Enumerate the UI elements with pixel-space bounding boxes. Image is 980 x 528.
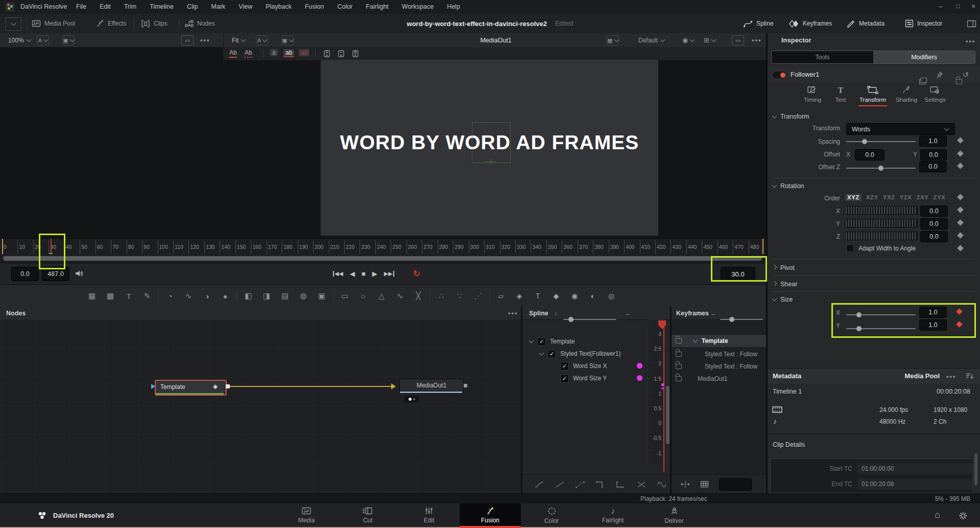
tab-text[interactable]: T Text <box>830 85 851 103</box>
keyframes-time-field[interactable] <box>719 478 752 491</box>
left-viewer-canvas[interactable] <box>0 47 223 238</box>
offset-keyframe-diamond[interactable] <box>957 150 964 157</box>
fill-color-icon[interactable]: a <box>270 49 278 56</box>
magic-mask-tool-icon[interactable]: ╳ <box>412 290 424 302</box>
menu-item[interactable]: Workspace <box>395 3 440 10</box>
menu-item[interactable]: Playback <box>259 3 298 10</box>
rotation-y-keyframe-diamond[interactable] <box>957 219 964 226</box>
left-viewer-zoom-select[interactable]: 100% <box>8 37 31 44</box>
keyframes-zoom-slider[interactable] <box>720 319 763 320</box>
image-plane-3d-tool-icon[interactable]: ▱ <box>495 290 507 302</box>
spread-keyframes-icon[interactable] <box>681 480 690 488</box>
text-follower-icon[interactable]: Ab <box>245 49 252 58</box>
spacing-field[interactable]: 1.0 <box>919 135 947 147</box>
page-deliver[interactable]: Deliver <box>643 503 705 527</box>
tab-tools[interactable]: Tools <box>772 51 873 63</box>
section-pivot[interactable]: Pivot <box>773 264 795 271</box>
grid-viewer-button[interactable]: ⊞ <box>704 36 715 44</box>
expand-icon[interactable] <box>539 351 544 356</box>
color-keyer-tool-icon[interactable]: ◍ <box>297 290 309 302</box>
keyframes-row-template[interactable]: Template <box>672 335 770 347</box>
right-viewer-canvas[interactable]: WORD BY WORD AD FRAMES <box>223 60 768 238</box>
renderer-3d-tool-icon[interactable]: ◎ <box>605 290 617 302</box>
flatten-curve-icon[interactable] <box>657 481 666 488</box>
range-out-field[interactable]: 487.0 <box>42 267 69 281</box>
rotation-order-option[interactable]: ZXY <box>917 194 929 200</box>
menu-item[interactable]: Color <box>330 3 359 10</box>
reverse-curve-icon[interactable] <box>637 481 646 488</box>
close-icon[interactable]: × <box>971 2 975 10</box>
size-y-field[interactable]: 1.0 <box>919 319 947 331</box>
curve-color-dot[interactable] <box>637 363 642 369</box>
rotation-z-field[interactable]: 0.0 <box>920 231 948 242</box>
pemitter-tool-icon[interactable]: ∴ <box>435 290 447 302</box>
adapt-keyframe-diamond[interactable] <box>957 245 964 251</box>
lock-icon[interactable] <box>676 338 682 343</box>
left-viewer-channel-button[interactable]: A <box>37 35 49 45</box>
spline-row-word-size-y[interactable]: Word Size Y <box>560 373 607 383</box>
shape-3d-tool-icon[interactable]: ◈ <box>513 290 525 302</box>
menu-item[interactable]: Clip <box>180 3 205 10</box>
rotation-order-option[interactable]: YXZ <box>883 194 895 200</box>
enable-toggle[interactable] <box>773 72 786 78</box>
reset-history-icon[interactable]: ↺ <box>963 71 969 79</box>
section-shear[interactable]: Shear <box>773 281 797 288</box>
right-viewer-frame-button[interactable]: ▭ <box>732 35 744 45</box>
curve-color-dot[interactable] <box>637 375 642 381</box>
rotation-order-option[interactable]: XZY <box>866 194 878 200</box>
matte-control-tool-icon[interactable]: ◨ <box>260 290 273 302</box>
offset-y-field[interactable]: 0.0 <box>920 149 947 160</box>
shadow-color-icon[interactable]: ab <box>299 49 309 56</box>
menu-item[interactable]: Timeline <box>143 3 180 10</box>
polygon-mask-tool-icon[interactable]: △ <box>375 290 388 302</box>
metadata-options-icon[interactable]: ••• <box>946 373 957 380</box>
play-reverse-button[interactable]: ◀ <box>350 270 355 278</box>
page-edit[interactable]: Edit <box>398 503 460 527</box>
keyframes-row[interactable]: Styled Text : Follow <box>672 349 770 360</box>
tab-transform[interactable]: Transform <box>855 85 890 106</box>
pin-icon[interactable] <box>936 71 943 79</box>
checkbox-checked-icon[interactable] <box>537 337 546 346</box>
expand-icon[interactable] <box>529 338 534 343</box>
merge-3d-tool-icon[interactable]: ◆ <box>550 290 562 302</box>
node-view-indicators[interactable] <box>403 395 420 403</box>
menu-item[interactable]: Fairlight <box>359 3 395 10</box>
rotation-order-option[interactable]: YZX <box>900 194 912 200</box>
node-mediaout-output[interactable] <box>464 384 467 387</box>
node-connection-wire[interactable] <box>230 386 392 387</box>
inspector-panel-button[interactable]: Inspector <box>905 17 942 30</box>
minimize-icon[interactable]: – <box>939 2 943 10</box>
text-insert-icon[interactable]: Ab <box>229 49 237 58</box>
play-button[interactable]: ▶ <box>372 270 377 278</box>
interface-toggle-button[interactable] <box>5 17 21 31</box>
lock-icon[interactable] <box>676 376 682 381</box>
left-viewer-options-icon[interactable]: ••• <box>200 36 210 44</box>
offset-z-keyframe-diamond[interactable] <box>957 163 964 169</box>
checkbox-checked-icon[interactable] <box>560 374 569 383</box>
timeline-scrollbar[interactable] <box>3 256 762 261</box>
tab-timing[interactable]: Timing <box>799 85 826 103</box>
size-y-keyframe-diamond[interactable] <box>956 321 963 328</box>
home-icon[interactable]: ⌂ <box>935 510 940 520</box>
left-viewer-frame-button[interactable]: ▭ <box>181 35 194 45</box>
node-template-output[interactable] <box>226 384 230 388</box>
color-curves-tool-icon[interactable]: ∿ <box>182 290 195 302</box>
color-viewer-button[interactable]: ◉ <box>682 36 694 44</box>
spline-row-template[interactable]: Template <box>530 336 575 347</box>
gear-icon[interactable] <box>958 511 968 521</box>
ease-curve-icon[interactable] <box>535 481 544 488</box>
media-pool-button[interactable]: Media Pool <box>32 17 75 30</box>
size-x-slider[interactable] <box>846 314 916 315</box>
node-mediaout[interactable]: MediaOut1 <box>399 379 464 394</box>
tab-settings[interactable]: Settings <box>921 85 949 103</box>
menu-item[interactable]: Mark <box>205 3 232 10</box>
keyframes-row[interactable]: MediaOut1 <box>672 373 770 384</box>
viewer-dot-inactive[interactable] <box>413 398 415 400</box>
rotation-order-option[interactable]: ZYX <box>933 194 945 200</box>
spline-row-styled-text[interactable]: Styled Text(Follower1) <box>540 349 621 359</box>
left-viewer-mode-button[interactable]: ▣ <box>62 35 75 45</box>
linear-curve-icon[interactable] <box>555 481 564 488</box>
maximize-icon[interactable]: □ <box>956 3 960 10</box>
keyframe-set-icon[interactable] <box>337 50 345 58</box>
spacing-slider[interactable] <box>846 141 916 142</box>
